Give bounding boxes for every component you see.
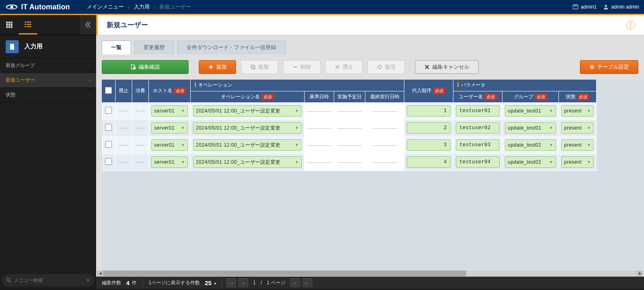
operation-select[interactable]: 2024/05/01 12:00_ユーザー設定変更▼ [193,105,302,117]
chevron-down-icon: ▼ [585,160,591,164]
username-input[interactable]: testuser03 [456,139,500,151]
group-select[interactable]: update_test02▼ [505,139,556,151]
page-last-button[interactable]: ▶| [303,278,312,287]
tab-history[interactable]: 変更履歴 [134,41,174,54]
grid-view-button[interactable] [0,15,19,35]
page-menu-button[interactable] [626,21,635,30]
sidebar-item-new-group[interactable]: 新規グループ › [0,58,96,73]
plan-date-placeholder [337,145,362,146]
app-logo[interactable]: IT Automation [0,3,75,11]
svg-rect-6 [9,22,11,24]
svg-rect-11 [6,26,8,28]
row-checkbox[interactable] [105,107,112,114]
restore-button[interactable]: 復活 [367,60,405,74]
list-icon [24,21,32,28]
chevron-right-icon: › [89,93,90,97]
copy-button[interactable]: 複製 [241,60,278,74]
state-select[interactable]: present▼ [561,105,594,117]
sidebar-item-new-user[interactable]: 新規ユーザー › [0,73,96,88]
host-select[interactable]: server01▼ [151,105,188,117]
discard-placeholder: ── [119,159,129,165]
order-input[interactable]: 3 [407,139,451,151]
horizontal-scrollbar[interactable]: ◀ ▶ [96,270,644,277]
order-input[interactable]: 2 [407,122,451,134]
host-select[interactable]: server01▼ [151,156,188,168]
sidebar-search-input[interactable] [14,277,84,283]
operation-select[interactable]: 2024/05/01 12:00_ユーザー設定変更▼ [193,122,302,134]
workspace-name: admin1 [581,4,597,10]
dots-vertical-icon [630,22,631,28]
select-all-checkbox[interactable] [105,87,112,94]
page-next-button[interactable]: ▶ [290,278,300,287]
breadcrumb-item[interactable]: メインメニュー [87,3,124,11]
toolbar: 編集確認 追加 複製 削除 廃止 復活 [96,54,644,80]
col-order: 代入順序必須 [404,80,453,102]
operation-select[interactable]: 2024/05/01 12:00_ユーザー設定変更▼ [193,139,302,151]
state-select[interactable]: present▼ [561,122,594,134]
list-view-button[interactable] [19,15,37,35]
host-select[interactable]: server01▼ [151,139,188,151]
group-select[interactable]: update_test02▼ [505,156,556,168]
row-checkbox[interactable] [105,124,112,131]
operation-select[interactable]: 2024/05/01 12:00_ユーザー設定変更▼ [193,156,302,168]
sidebar-section-header: 入力用 [0,35,96,58]
order-input[interactable]: 4 [407,156,451,168]
clear-icon[interactable]: × [86,277,90,284]
state-select[interactable]: present▼ [561,139,594,151]
table-row: ── ── server01▼ 2024/05/01 12:00_ユーザー設定変… [102,154,597,171]
edit-count: 編集件数 4 件 [96,277,143,289]
scroll-track[interactable] [103,271,637,276]
row-checkbox[interactable] [105,141,112,148]
username-input[interactable]: testuser02 [456,122,500,134]
username-input[interactable]: testuser04 [456,156,500,168]
per-page-selector[interactable]: 1ページに表示する件数 25 ▴ [143,277,222,289]
svg-point-24 [630,26,631,28]
scroll-left-button[interactable]: ◀ [97,271,103,276]
breadcrumb-item[interactable]: 入力用 [134,3,150,11]
chevron-down-icon: ▼ [179,126,185,130]
order-input[interactable]: 1 [407,105,451,117]
svg-rect-8 [6,24,8,26]
group-select[interactable]: update_test01▼ [505,122,556,134]
svg-line-21 [10,281,11,282]
discard-button[interactable]: 廃止 [325,60,363,74]
tab-list[interactable]: 一覧 [102,41,131,54]
cancel-edit-button[interactable]: 編集キャンセル [415,60,479,74]
add-button[interactable]: 追加 [199,60,236,74]
table-container: 廃止 項番 ホスト名必須 オペレーション 代入順序必須 パラメータ オペレーショ… [102,80,644,270]
delete-button[interactable]: 削除 [283,60,320,74]
sidebar-collapse-button[interactable] [80,15,96,35]
svg-rect-12 [9,26,11,28]
pager: |◀ ◀ 1 / 1 ページ ▶ ▶| [222,278,316,287]
scroll-thumb[interactable] [103,271,466,276]
chevron-down-icon: ▼ [547,109,553,113]
svg-point-30 [591,66,593,68]
page-prev-button[interactable]: ◀ [238,278,248,287]
tab-download[interactable]: 全件ダウンロード・ファイル一括登録 [177,41,286,54]
sidebar-item-state[interactable]: 状態 › [0,88,96,102]
scroll-right-button[interactable]: ▶ [637,271,643,276]
last-exec-placeholder [373,162,397,163]
edit-confirm-button[interactable]: 編集確認 [102,60,189,74]
table-row: ── ── server01▼ 2024/05/01 12:00_ユーザー設定変… [102,136,597,154]
user-indicator[interactable]: admin admin [603,4,639,10]
col-discard: 廃止 [116,80,132,102]
state-select[interactable]: present▼ [561,156,594,168]
chevron-down-icon: ▼ [585,109,591,113]
workspace-indicator[interactable]: admin1 [573,4,597,10]
table-settings-button[interactable]: テーブル設定 [580,60,638,74]
user-name: admin admin [611,4,639,10]
discard-placeholder: ── [119,142,129,148]
host-select[interactable]: server01▼ [151,122,188,134]
top-bar: IT Automation メインメニュー › 入力用 › 新規ユーザー adm… [0,0,644,15]
group-select[interactable]: update_test01▼ [505,105,556,117]
svg-rect-10 [11,24,13,26]
page-first-button[interactable]: |◀ [226,278,236,287]
row-checkbox[interactable] [105,158,112,165]
chevron-down-icon: ▼ [547,126,553,130]
sidebar-search[interactable]: × [2,274,94,286]
username-input[interactable]: testuser01 [456,105,500,117]
col-param-group: パラメータ [453,80,597,91]
svg-rect-7 [11,22,13,24]
sidebar-items: 新規グループ › 新規ユーザー › 状態 › [0,58,96,272]
